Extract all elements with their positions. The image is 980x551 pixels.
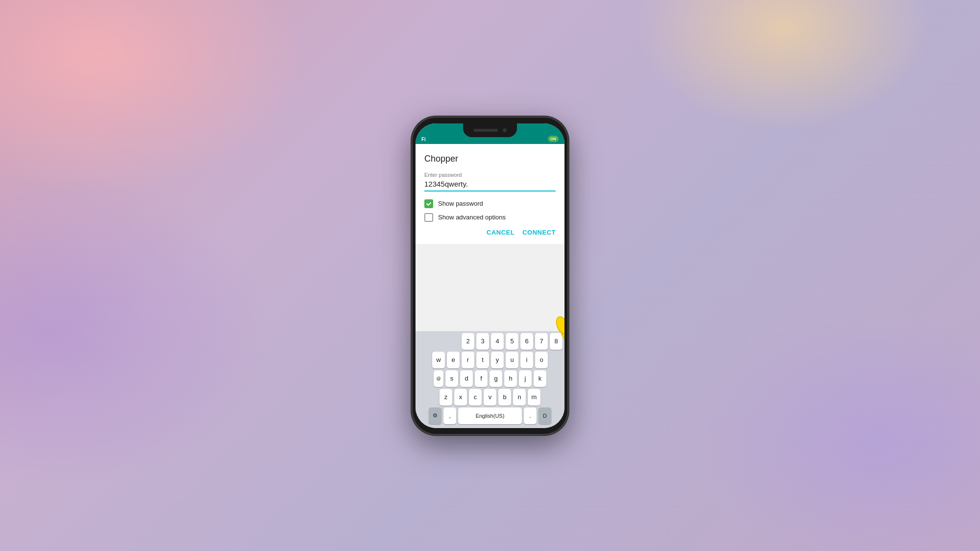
key-comma[interactable]: , [443,407,456,424]
camera [503,128,507,132]
keyboard-row-1: w e r t y u i o [416,352,564,368]
key-6[interactable]: 6 [520,333,533,350]
phone-frame: Fi ON Chopper Enter password [412,117,568,435]
status-bar-right: ON [548,136,559,142]
key-k[interactable]: k [534,370,546,387]
connect-button[interactable]: CONNECT [522,229,556,236]
password-input-wrap[interactable] [424,180,556,192]
phone-notch [463,123,517,137]
key-c[interactable]: c [469,389,482,406]
password-input[interactable] [424,180,556,188]
dialog-buttons: CANCEL CONNECT [424,229,556,236]
key-d[interactable]: d [460,370,473,387]
key-n[interactable]: n [513,389,526,406]
key-h[interactable]: h [504,370,517,387]
show-advanced-checkbox[interactable] [424,213,433,222]
key-3[interactable]: 3 [476,333,489,350]
show-password-row[interactable]: Show password [424,199,556,208]
status-bar-label: Fi [421,137,426,142]
speaker [473,129,498,132]
key-r[interactable]: r [462,352,474,368]
key-t[interactable]: t [476,352,489,368]
key-7[interactable]: 7 [535,333,548,350]
keyboard: 2 3 4 5 6 7 8 w e r t y u i o [416,331,564,428]
key-at[interactable]: @ [434,370,443,387]
dialog-title: Chopper [424,154,556,164]
show-password-label: Show password [438,200,483,207]
key-i[interactable]: i [520,352,533,368]
key-z[interactable]: z [440,389,452,406]
show-advanced-row[interactable]: Show advanced options [424,213,556,222]
svg-point-1 [554,315,564,335]
cancel-button[interactable]: CANCEL [487,229,514,236]
key-delete[interactable]: D [539,407,551,424]
key-s[interactable]: s [445,370,458,387]
key-v[interactable]: v [484,389,496,406]
dialog: Chopper Enter password Show password [416,144,564,244]
key-w[interactable]: w [432,352,445,368]
key-b[interactable]: b [498,389,511,406]
key-e[interactable]: e [447,352,460,368]
key-o[interactable]: o [535,352,548,368]
key-4[interactable]: 4 [491,333,504,350]
show-password-checkbox[interactable] [424,199,433,208]
key-g[interactable]: g [490,370,502,387]
password-label: Enter password [424,172,556,178]
keyboard-row-2: @ s d f g h j k [416,370,564,387]
keyboard-bottom-row: ⚙ , English(US) . D [416,407,564,424]
numbers-row: 2 3 4 5 6 7 8 [416,333,564,350]
key-u[interactable]: u [506,352,518,368]
key-f[interactable]: f [475,370,488,387]
cursor-hand [552,291,564,350]
key-x[interactable]: x [454,389,467,406]
key-2[interactable]: 2 [462,333,474,350]
key-period[interactable]: . [524,407,537,424]
key-y[interactable]: y [491,352,504,368]
phone-container: Fi ON Chopper Enter password [412,117,568,435]
key-5[interactable]: 5 [506,333,518,350]
key-space[interactable]: English(US) [458,407,522,424]
keyboard-row-3: z x c v b n m [416,389,564,406]
key-m[interactable]: m [528,389,540,406]
key-j[interactable]: j [519,370,532,387]
key-settings[interactable]: ⚙ [429,407,441,424]
phone-screen: Fi ON Chopper Enter password [416,123,564,428]
show-advanced-label: Show advanced options [438,214,506,221]
wifi-badge: ON [548,136,559,142]
